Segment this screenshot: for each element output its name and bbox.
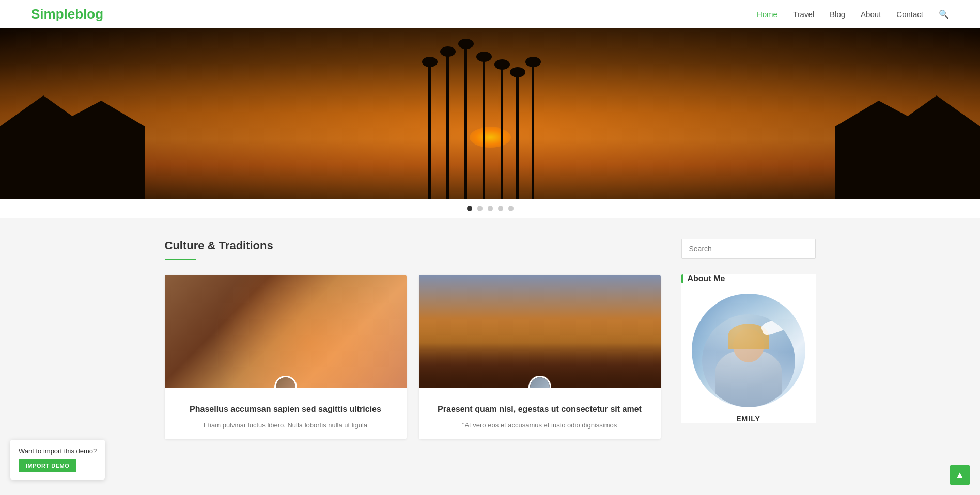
search-input[interactable]: [681, 239, 816, 259]
slider-dot-2[interactable]: [477, 206, 483, 211]
about-name: EMILY: [681, 414, 816, 423]
card-title-2[interactable]: Praesent quam nisl, egestas ut consectet…: [429, 404, 650, 415]
slider-dot-1[interactable]: [467, 206, 472, 211]
card-excerpt-1: Etiam pulvinar luctus libero. Nulla lobo…: [175, 420, 396, 431]
slider-dot-4[interactable]: [498, 206, 503, 211]
nav-links: Home Travel Blog About Contact 🔍: [757, 9, 949, 19]
blog-section: Culture & Traditions Phasellus accumsan …: [165, 239, 661, 439]
card-image-1[interactable]: [165, 275, 407, 388]
nav-item-home: Home: [757, 10, 777, 19]
about-me-title: About Me: [681, 274, 816, 283]
travel-image-1: [165, 275, 407, 388]
nav-item-contact: Contact: [896, 10, 923, 19]
card-title-1[interactable]: Phasellus accumsan sapien sed sagittis u…: [175, 404, 396, 415]
avatar-image-1: [276, 377, 295, 388]
cards-grid: Phasellus accumsan sapien sed sagittis u…: [165, 275, 661, 439]
travel-image-2: [419, 275, 661, 388]
main-content: Culture & Traditions Phasellus accumsan …: [154, 218, 826, 460]
card-body-1: Phasellus accumsan sapien sed sagittis u…: [165, 388, 407, 439]
slider-dot-3[interactable]: [488, 206, 493, 211]
nav-item-blog: Blog: [830, 10, 845, 19]
navbar: Simpleblog Home Travel Blog About Contac…: [0, 0, 980, 28]
section-title: Culture & Traditions: [165, 239, 661, 252]
slider-dot-5[interactable]: [508, 206, 514, 211]
avatar-image-2: [530, 377, 550, 388]
hero-slider: [0, 28, 980, 199]
demo-banner-text: Want to import this demo?: [19, 447, 97, 455]
card-image-2[interactable]: [419, 275, 661, 388]
about-me-section: About Me EMILY: [681, 274, 816, 423]
card-excerpt-2: "At vero eos et accusamus et iusto odio …: [429, 420, 650, 431]
sidebar: About Me EMILY: [681, 239, 816, 439]
palm-group: [335, 44, 645, 199]
nav-item-about: About: [861, 10, 881, 19]
slider-dots: [0, 199, 980, 218]
demo-banner: Want to import this demo? IMPORT DEMO: [10, 440, 105, 460]
nav-item-travel: Travel: [793, 10, 814, 19]
site-logo[interactable]: Simpleblog: [31, 6, 103, 22]
import-demo-button[interactable]: IMPORT DEMO: [19, 459, 76, 460]
about-avatar-circle: [692, 294, 805, 407]
nav-search-icon: 🔍: [939, 9, 949, 19]
blog-card-1: Phasellus accumsan sapien sed sagittis u…: [165, 275, 407, 439]
title-underline: [165, 259, 196, 260]
blog-card-2: Praesent quam nisl, egestas ut consectet…: [419, 275, 661, 439]
card-body-2: Praesent quam nisl, egestas ut consectet…: [419, 388, 661, 439]
